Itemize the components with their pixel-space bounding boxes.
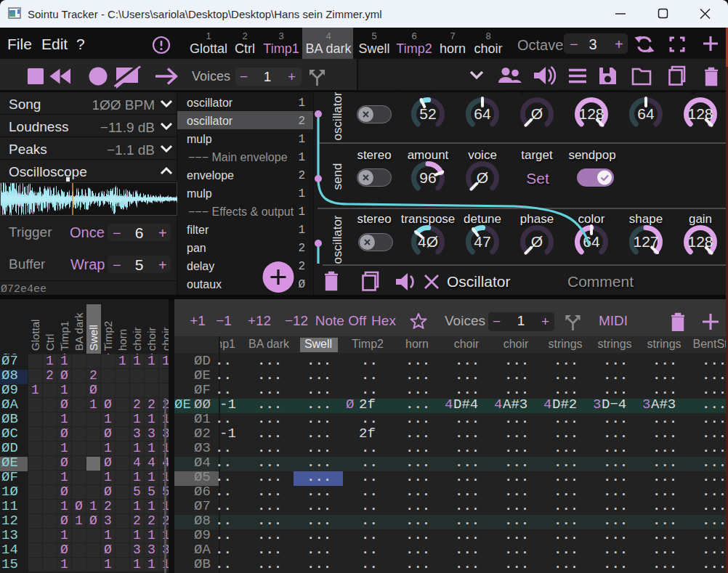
- svg-text:Glottal: Glottal: [29, 320, 41, 351]
- svg-text:Swell: Swell: [87, 325, 100, 351]
- svg-text:choir: choir: [131, 327, 143, 351]
- svg-text:Timp2: Timp2: [102, 321, 114, 351]
- svg-text:BA dark: BA dark: [73, 312, 85, 351]
- svg-text:Ctrl: Ctrl: [44, 334, 56, 351]
- svg-text:horn: horn: [116, 329, 129, 351]
- svg-text:choir: choir: [160, 327, 169, 351]
- svg-text:Timp1: Timp1: [58, 321, 70, 351]
- svg-text:choir: choir: [145, 327, 158, 351]
